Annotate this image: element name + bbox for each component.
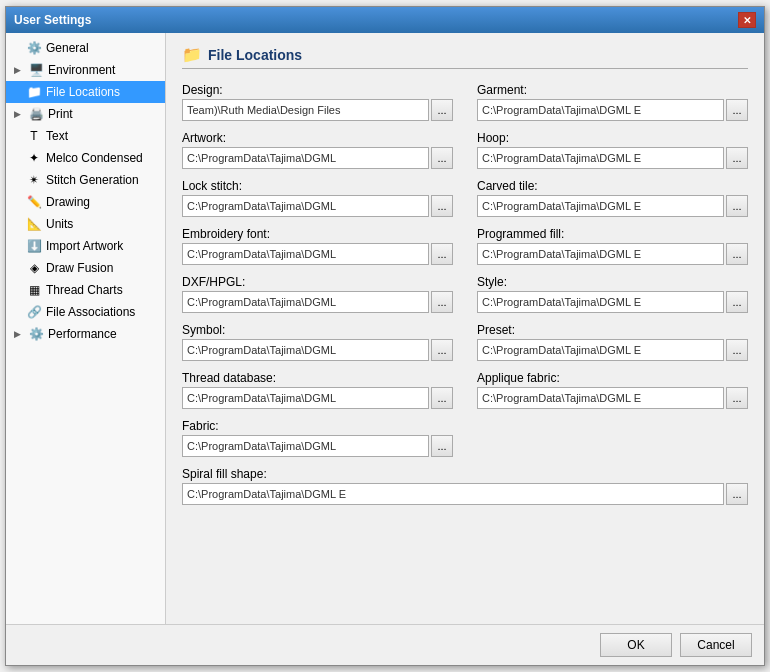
sidebar-item-performance[interactable]: ▶⚙️Performance: [6, 323, 165, 345]
sidebar-item-thread-charts[interactable]: ▦Thread Charts: [6, 279, 165, 301]
browse-btn-applique-fabric[interactable]: ...: [726, 387, 748, 409]
field-input-embroidery-font[interactable]: [182, 243, 429, 265]
browse-btn-embroidery-font[interactable]: ...: [431, 243, 453, 265]
field-group-dxf-hpgl: DXF/HPGL:...: [182, 275, 453, 313]
field-row-garment: ...: [477, 99, 748, 121]
sidebar-label-stitch-generation: Stitch Generation: [46, 173, 139, 187]
field-row-embroidery-font: ...: [182, 243, 453, 265]
field-label-style: Style:: [477, 275, 748, 289]
field-group-design: Design:...: [182, 83, 453, 121]
field-group-carved-tile: Carved tile:...: [477, 179, 748, 217]
field-input-artwork[interactable]: [182, 147, 429, 169]
icon-units: 📐: [26, 216, 42, 232]
icon-text: T: [26, 128, 42, 144]
field-row-applique-fabric: ...: [477, 387, 748, 409]
field-input-design[interactable]: [182, 99, 429, 121]
field-input-thread-database[interactable]: [182, 387, 429, 409]
icon-environment: 🖥️: [28, 62, 44, 78]
sidebar-item-file-associations[interactable]: 🔗File Associations: [6, 301, 165, 323]
field-input-style[interactable]: [477, 291, 724, 313]
field-row-lock-stitch: ...: [182, 195, 453, 217]
icon-file-locations: 📁: [26, 84, 42, 100]
browse-btn-garment[interactable]: ...: [726, 99, 748, 121]
field-group-programmed-fill: Programmed fill:...: [477, 227, 748, 265]
sidebar-item-general[interactable]: ⚙️General: [6, 37, 165, 59]
field-group-fabric: Fabric:...: [182, 419, 453, 457]
field-input-fabric[interactable]: [182, 435, 429, 457]
field-input-lock-stitch[interactable]: [182, 195, 429, 217]
field-input-carved-tile[interactable]: [477, 195, 724, 217]
content-grid: Design:...Garment:...Artwork:...Hoop:...…: [182, 83, 748, 515]
field-row-spiral-fill-shape: ...: [182, 483, 748, 505]
section-title: 📁 File Locations: [182, 45, 748, 69]
field-input-preset[interactable]: [477, 339, 724, 361]
folder-icon: 📁: [182, 45, 202, 64]
browse-btn-spiral-fill-shape[interactable]: ...: [726, 483, 748, 505]
field-label-applique-fabric: Applique fabric:: [477, 371, 748, 385]
field-label-symbol: Symbol:: [182, 323, 453, 337]
field-label-spiral-fill-shape: Spiral fill shape:: [182, 467, 748, 481]
browse-btn-programmed-fill[interactable]: ...: [726, 243, 748, 265]
browse-btn-preset[interactable]: ...: [726, 339, 748, 361]
browse-btn-carved-tile[interactable]: ...: [726, 195, 748, 217]
browse-btn-fabric[interactable]: ...: [431, 435, 453, 457]
field-row-preset: ...: [477, 339, 748, 361]
field-label-thread-database: Thread database:: [182, 371, 453, 385]
field-group-symbol: Symbol:...: [182, 323, 453, 361]
field-input-programmed-fill[interactable]: [477, 243, 724, 265]
field-group-lock-stitch: Lock stitch:...: [182, 179, 453, 217]
sidebar-item-print[interactable]: ▶🖨️Print: [6, 103, 165, 125]
field-input-spiral-fill-shape[interactable]: [182, 483, 724, 505]
sidebar-item-environment[interactable]: ▶🖥️Environment: [6, 59, 165, 81]
cancel-button[interactable]: Cancel: [680, 633, 752, 657]
browse-btn-symbol[interactable]: ...: [431, 339, 453, 361]
field-group-spiral-fill-shape: Spiral fill shape:...: [182, 467, 748, 505]
sidebar-item-draw-fusion[interactable]: ◈Draw Fusion: [6, 257, 165, 279]
sidebar-label-file-associations: File Associations: [46, 305, 135, 319]
sidebar-label-thread-charts: Thread Charts: [46, 283, 123, 297]
section-title-text: File Locations: [208, 47, 302, 63]
browse-btn-lock-stitch[interactable]: ...: [431, 195, 453, 217]
field-group-garment: Garment:...: [477, 83, 748, 121]
sidebar-item-units[interactable]: 📐Units: [6, 213, 165, 235]
ok-button[interactable]: OK: [600, 633, 672, 657]
field-row-fabric: ...: [182, 435, 453, 457]
field-group-embroidery-font: Embroidery font:...: [182, 227, 453, 265]
field-input-garment[interactable]: [477, 99, 724, 121]
sidebar-label-draw-fusion: Draw Fusion: [46, 261, 113, 275]
field-label-embroidery-font: Embroidery font:: [182, 227, 453, 241]
field-label-dxf-hpgl: DXF/HPGL:: [182, 275, 453, 289]
sidebar-label-melco-condensed: Melco Condensed: [46, 151, 143, 165]
field-label-hoop: Hoop:: [477, 131, 748, 145]
sidebar-item-melco-condensed[interactable]: ✦Melco Condensed: [6, 147, 165, 169]
browse-btn-artwork[interactable]: ...: [431, 147, 453, 169]
sidebar-label-print: Print: [48, 107, 73, 121]
field-group-style: Style:...: [477, 275, 748, 313]
sidebar-item-stitch-generation[interactable]: ✴Stitch Generation: [6, 169, 165, 191]
sidebar-item-drawing[interactable]: ✏️Drawing: [6, 191, 165, 213]
sidebar-label-import-artwork: Import Artwork: [46, 239, 123, 253]
icon-stitch-generation: ✴: [26, 172, 42, 188]
browse-btn-design[interactable]: ...: [431, 99, 453, 121]
close-button[interactable]: ✕: [738, 12, 756, 28]
browse-btn-hoop[interactable]: ...: [726, 147, 748, 169]
dialog-title: User Settings: [14, 13, 91, 27]
field-group-thread-database: Thread database:...: [182, 371, 453, 409]
expand-arrow-print: ▶: [14, 109, 26, 119]
field-input-applique-fabric[interactable]: [477, 387, 724, 409]
icon-drawing: ✏️: [26, 194, 42, 210]
sidebar-item-file-locations[interactable]: 📁File Locations: [6, 81, 165, 103]
browse-btn-dxf-hpgl[interactable]: ...: [431, 291, 453, 313]
field-input-hoop[interactable]: [477, 147, 724, 169]
field-input-symbol[interactable]: [182, 339, 429, 361]
sidebar-item-text[interactable]: TText: [6, 125, 165, 147]
user-settings-dialog: User Settings ✕ ⚙️General▶🖥️Environment📁…: [5, 6, 765, 666]
field-input-dxf-hpgl[interactable]: [182, 291, 429, 313]
browse-btn-style[interactable]: ...: [726, 291, 748, 313]
browse-btn-thread-database[interactable]: ...: [431, 387, 453, 409]
sidebar-label-environment: Environment: [48, 63, 115, 77]
sidebar-label-drawing: Drawing: [46, 195, 90, 209]
sidebar-item-import-artwork[interactable]: ⬇️Import Artwork: [6, 235, 165, 257]
field-row-artwork: ...: [182, 147, 453, 169]
expand-arrow-performance: ▶: [14, 329, 26, 339]
